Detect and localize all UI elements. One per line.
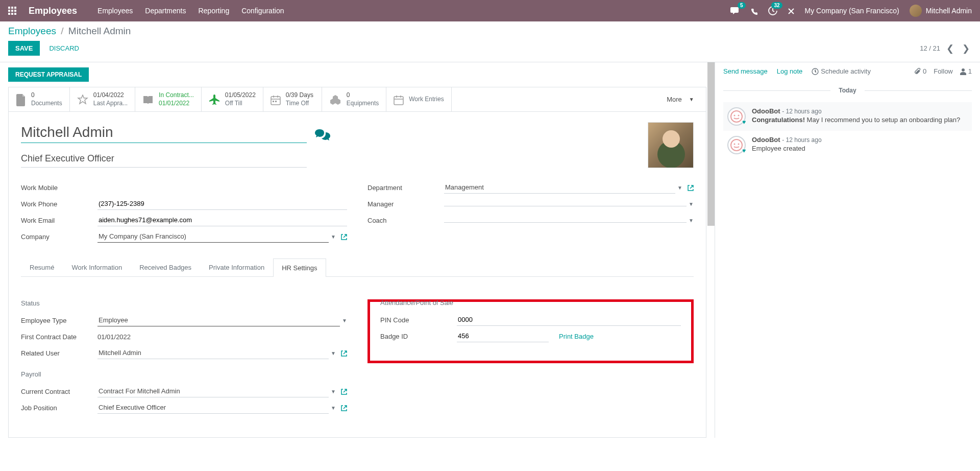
breadcrumb-current: Mitchell Admin (68, 26, 131, 36)
employee-type-label: Employee Type (21, 317, 97, 324)
send-message-link[interactable]: Send message (723, 67, 768, 75)
external-link-icon[interactable] (341, 404, 347, 412)
attendance-highlight: Attendance/Point of Sale PIN Code Badge … (368, 299, 694, 363)
job-title-input[interactable] (21, 150, 307, 168)
chevron-down-icon: ▼ (331, 234, 336, 240)
heart-icon: ♥ (742, 147, 746, 154)
menu-departments[interactable]: Departments (145, 7, 186, 15)
svg-rect-3 (394, 97, 403, 105)
message-author: OdooBot (752, 107, 780, 115)
work-phone-label: Work Phone (21, 200, 97, 208)
status-heading: Status (21, 299, 347, 307)
stat-work-entries[interactable]: Work Entries (386, 87, 451, 111)
heart-icon: ♥ (742, 119, 746, 126)
app-title[interactable]: Employees (29, 6, 77, 16)
messaging-icon[interactable]: 5 (730, 6, 741, 15)
user-avatar (910, 5, 922, 17)
svg-point-6 (734, 115, 736, 116)
external-link-icon[interactable] (341, 349, 347, 357)
company-select[interactable]: My Company (San Francisco) (97, 230, 329, 243)
chatter-sidebar: Send message Log note Schedule activity … (715, 62, 980, 438)
breadcrumb-root[interactable]: Employees (8, 26, 56, 36)
tab-private[interactable]: Private Information (200, 258, 273, 276)
attachment-count[interactable]: 0 (914, 67, 926, 75)
print-badge-link[interactable]: Print Badge (559, 333, 594, 340)
bot-avatar: ♥ (727, 107, 746, 126)
related-user-select[interactable]: Mitchell Admin (97, 347, 329, 359)
employee-type-select[interactable]: Employee (97, 314, 340, 326)
schedule-activity-link[interactable]: Schedule activity (812, 67, 871, 75)
external-link-icon[interactable] (341, 232, 347, 241)
department-label: Department (368, 184, 444, 192)
message-time: - 12 hours ago (782, 136, 821, 144)
employee-name-input[interactable] (21, 122, 307, 143)
star-icon (77, 93, 88, 106)
discard-button[interactable]: DISCARD (42, 41, 86, 56)
pager-next-icon[interactable]: ❯ (960, 43, 972, 54)
apps-icon[interactable] (8, 7, 16, 15)
tab-work-info[interactable]: Work Information (63, 258, 131, 276)
svg-rect-1 (273, 101, 274, 102)
log-note-link[interactable]: Log note (777, 67, 803, 75)
stat-more[interactable]: More▼ (655, 87, 706, 111)
job-position-select[interactable]: Chief Executive Officer (97, 402, 329, 414)
work-email-input[interactable] (97, 214, 347, 226)
pin-label: PIN Code (380, 316, 457, 324)
document-icon (16, 93, 26, 106)
menu-configuration[interactable]: Configuration (241, 7, 284, 15)
phone-icon[interactable] (751, 7, 758, 15)
pager-count[interactable]: 12 / 21 (920, 44, 940, 52)
first-contract-value: 01/01/2022 (97, 333, 131, 341)
attachment-icon (914, 68, 921, 75)
top-menu: Employees Departments Reporting Configur… (97, 7, 284, 15)
book-icon (142, 93, 154, 106)
pager-prev-icon[interactable]: ❮ (944, 43, 956, 54)
department-select[interactable]: Management (444, 181, 675, 194)
external-link-icon[interactable] (688, 183, 694, 192)
coach-label: Coach (368, 217, 444, 224)
stat-timeoff[interactable]: 0/39 DaysTime Off (263, 87, 322, 111)
clock-icon (812, 68, 819, 75)
job-position-label: Job Position (21, 404, 97, 412)
work-phone-input[interactable] (97, 198, 347, 210)
follow-button[interactable]: Follow (934, 67, 953, 75)
follower-count[interactable]: 1 (960, 67, 972, 75)
svg-point-7 (738, 115, 740, 116)
calendar-icon (271, 93, 281, 106)
manager-select[interactable] (444, 202, 687, 206)
tab-badges[interactable]: Received Badges (131, 258, 200, 276)
stat-off-till[interactable]: 01/05/2022Off Till (202, 87, 263, 111)
tab-hr-settings[interactable]: HR Settings (273, 258, 326, 277)
save-button[interactable]: SAVE (8, 41, 40, 56)
activity-icon[interactable]: 32 (768, 6, 777, 15)
chevron-down-icon: ▼ (689, 218, 694, 223)
stat-contract[interactable]: In Contract...01/01/2022 (135, 87, 202, 111)
stat-appraisal[interactable]: 01/04/2022Last Appra... (70, 87, 135, 111)
chat-icon[interactable] (315, 126, 330, 143)
current-contract-select[interactable]: Contract For Mitchell Admin (97, 385, 329, 397)
stat-buttons: 0Documents 01/04/2022Last Appra... In Co… (8, 87, 706, 112)
employee-avatar[interactable] (648, 122, 694, 168)
person-icon (960, 68, 966, 75)
request-appraisal-button[interactable]: REQUEST APPRAISAL (8, 67, 89, 82)
scrollbar[interactable] (707, 62, 715, 226)
coach-select[interactable] (444, 218, 687, 223)
menu-employees[interactable]: Employees (97, 7, 133, 15)
work-email-label: Work Email (21, 217, 97, 224)
user-menu[interactable]: Mitchell Admin (910, 5, 972, 17)
debug-icon[interactable] (788, 7, 795, 15)
pin-input[interactable] (457, 314, 681, 326)
tab-resume[interactable]: Resumé (21, 258, 63, 276)
menu-reporting[interactable]: Reporting (198, 7, 229, 15)
chevron-down-icon: ▼ (689, 97, 694, 102)
badge-input[interactable] (457, 330, 549, 342)
chevron-down-icon: ▼ (331, 389, 336, 394)
company-switcher[interactable]: My Company (San Francisco) (805, 7, 899, 15)
stat-equipments[interactable]: 0Equipments (322, 87, 386, 111)
stat-documents[interactable]: 0Documents (9, 87, 70, 111)
badge-label: Badge ID (380, 333, 457, 340)
current-contract-label: Current Contract (21, 388, 97, 395)
chevron-down-icon: ▼ (331, 350, 336, 356)
user-name: Mitchell Admin (926, 7, 972, 15)
external-link-icon[interactable] (341, 387, 347, 395)
